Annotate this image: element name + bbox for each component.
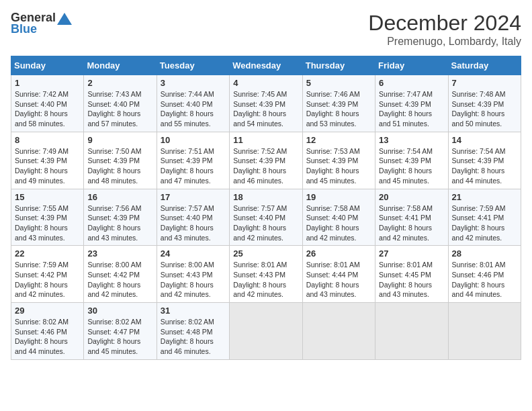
cell-info: Sunrise: 7:43 AMSunset: 4:40 PMDaylight:… xyxy=(87,89,152,129)
calendar-cell xyxy=(302,303,375,360)
calendar-cell: 23Sunrise: 8:00 AMSunset: 4:42 PMDayligh… xyxy=(84,246,157,303)
cell-info: Sunrise: 8:02 AMSunset: 4:47 PMDaylight:… xyxy=(87,317,152,357)
calendar-cell: 5Sunrise: 7:46 AMSunset: 4:39 PMDaylight… xyxy=(302,75,375,132)
cell-info: Sunrise: 7:54 AMSunset: 4:39 PMDaylight:… xyxy=(452,146,517,186)
day-of-week-header: Saturday xyxy=(448,56,521,75)
day-number: 5 xyxy=(306,78,371,88)
cell-info: Sunrise: 7:44 AMSunset: 4:40 PMDaylight:… xyxy=(161,89,226,129)
calendar-cell: 15Sunrise: 7:55 AMSunset: 4:39 PMDayligh… xyxy=(11,189,84,246)
calendar-cell: 13Sunrise: 7:54 AMSunset: 4:39 PMDayligh… xyxy=(375,132,448,189)
day-number: 4 xyxy=(233,78,298,88)
day-number: 8 xyxy=(15,135,80,145)
calendar-cell: 8Sunrise: 7:49 AMSunset: 4:39 PMDaylight… xyxy=(11,132,84,189)
day-number: 17 xyxy=(161,192,226,202)
cell-info: Sunrise: 7:53 AMSunset: 4:39 PMDaylight:… xyxy=(306,146,371,186)
day-number: 7 xyxy=(452,78,517,88)
calendar-cell: 10Sunrise: 7:51 AMSunset: 4:39 PMDayligh… xyxy=(157,132,229,189)
cell-info: Sunrise: 7:48 AMSunset: 4:39 PMDaylight:… xyxy=(452,89,517,129)
page-header: General Blue December 2024 Premenugo, Lo… xyxy=(11,11,521,48)
cell-info: Sunrise: 7:49 AMSunset: 4:39 PMDaylight:… xyxy=(15,146,80,186)
calendar-cell: 20Sunrise: 7:58 AMSunset: 4:41 PMDayligh… xyxy=(375,189,448,246)
calendar-cell: 4Sunrise: 7:45 AMSunset: 4:39 PMDaylight… xyxy=(230,75,302,132)
day-number: 21 xyxy=(452,192,517,202)
calendar-cell: 11Sunrise: 7:52 AMSunset: 4:39 PMDayligh… xyxy=(230,132,302,189)
calendar-cell: 19Sunrise: 7:58 AMSunset: 4:40 PMDayligh… xyxy=(302,189,375,246)
calendar-table: SundayMondayTuesdayWednesdayThursdayFrid… xyxy=(11,56,521,360)
calendar-cell: 28Sunrise: 8:01 AMSunset: 4:46 PMDayligh… xyxy=(448,246,521,303)
day-number: 23 xyxy=(87,248,152,259)
calendar-row: 29Sunrise: 8:02 AMSunset: 4:46 PMDayligh… xyxy=(11,303,521,360)
day-number: 26 xyxy=(306,248,371,259)
day-number: 3 xyxy=(161,78,226,88)
calendar-cell: 7Sunrise: 7:48 AMSunset: 4:39 PMDaylight… xyxy=(448,75,521,132)
cell-info: Sunrise: 7:46 AMSunset: 4:39 PMDaylight:… xyxy=(306,89,371,129)
cell-info: Sunrise: 7:54 AMSunset: 4:39 PMDaylight:… xyxy=(379,146,444,186)
day-number: 10 xyxy=(161,135,226,145)
calendar-cell: 14Sunrise: 7:54 AMSunset: 4:39 PMDayligh… xyxy=(448,132,521,189)
calendar-cell: 24Sunrise: 8:00 AMSunset: 4:43 PMDayligh… xyxy=(157,246,229,303)
cell-info: Sunrise: 7:45 AMSunset: 4:39 PMDaylight:… xyxy=(233,89,298,129)
calendar-cell xyxy=(448,303,521,360)
calendar-row: 22Sunrise: 7:59 AMSunset: 4:42 PMDayligh… xyxy=(11,246,521,303)
cell-info: Sunrise: 7:57 AMSunset: 4:40 PMDaylight:… xyxy=(161,203,226,243)
day-of-week-header: Thursday xyxy=(302,56,375,75)
calendar-cell: 12Sunrise: 7:53 AMSunset: 4:39 PMDayligh… xyxy=(302,132,375,189)
day-of-week-header: Sunday xyxy=(11,56,84,75)
day-number: 25 xyxy=(233,248,298,259)
cell-info: Sunrise: 7:58 AMSunset: 4:40 PMDaylight:… xyxy=(306,203,371,243)
day-number: 31 xyxy=(161,306,226,316)
cell-info: Sunrise: 7:59 AMSunset: 4:42 PMDaylight:… xyxy=(15,260,80,300)
calendar-row: 8Sunrise: 7:49 AMSunset: 4:39 PMDaylight… xyxy=(11,132,521,189)
location-title: Premenugo, Lombardy, Italy xyxy=(368,36,521,48)
cell-info: Sunrise: 7:42 AMSunset: 4:40 PMDaylight:… xyxy=(15,89,80,129)
cell-info: Sunrise: 8:01 AMSunset: 4:45 PMDaylight:… xyxy=(379,260,444,300)
title-block: December 2024 Premenugo, Lombardy, Italy xyxy=(368,11,521,48)
calendar-header-row: SundayMondayTuesdayWednesdayThursdayFrid… xyxy=(11,56,521,75)
cell-info: Sunrise: 8:00 AMSunset: 4:43 PMDaylight:… xyxy=(161,260,226,300)
cell-info: Sunrise: 8:01 AMSunset: 4:46 PMDaylight:… xyxy=(452,260,517,300)
logo-icon xyxy=(57,13,72,25)
day-number: 11 xyxy=(233,135,298,145)
svg-marker-0 xyxy=(57,13,72,25)
calendar-cell: 31Sunrise: 8:02 AMSunset: 4:48 PMDayligh… xyxy=(157,303,229,360)
cell-info: Sunrise: 7:59 AMSunset: 4:41 PMDaylight:… xyxy=(452,203,517,243)
calendar-cell: 26Sunrise: 8:01 AMSunset: 4:44 PMDayligh… xyxy=(302,246,375,303)
day-number: 16 xyxy=(87,192,152,202)
calendar-cell: 30Sunrise: 8:02 AMSunset: 4:47 PMDayligh… xyxy=(84,303,157,360)
day-number: 18 xyxy=(233,192,298,202)
day-number: 29 xyxy=(15,306,80,316)
cell-info: Sunrise: 7:56 AMSunset: 4:39 PMDaylight:… xyxy=(87,203,152,243)
calendar-cell: 27Sunrise: 8:01 AMSunset: 4:45 PMDayligh… xyxy=(375,246,448,303)
calendar-cell: 21Sunrise: 7:59 AMSunset: 4:41 PMDayligh… xyxy=(448,189,521,246)
cell-info: Sunrise: 7:57 AMSunset: 4:40 PMDaylight:… xyxy=(233,203,298,243)
day-number: 22 xyxy=(15,248,80,259)
cell-info: Sunrise: 8:00 AMSunset: 4:42 PMDaylight:… xyxy=(87,260,152,300)
cell-info: Sunrise: 7:47 AMSunset: 4:39 PMDaylight:… xyxy=(379,89,444,129)
day-number: 14 xyxy=(452,135,517,145)
logo-blue-text: Blue xyxy=(11,22,37,36)
calendar-cell: 2Sunrise: 7:43 AMSunset: 4:40 PMDaylight… xyxy=(84,75,157,132)
day-number: 15 xyxy=(15,192,80,202)
calendar-cell: 16Sunrise: 7:56 AMSunset: 4:39 PMDayligh… xyxy=(84,189,157,246)
cell-info: Sunrise: 7:52 AMSunset: 4:39 PMDaylight:… xyxy=(233,146,298,186)
day-number: 12 xyxy=(306,135,371,145)
day-number: 20 xyxy=(379,192,444,202)
day-number: 2 xyxy=(87,78,152,88)
cell-info: Sunrise: 8:01 AMSunset: 4:43 PMDaylight:… xyxy=(233,260,298,300)
day-number: 6 xyxy=(379,78,444,88)
cell-info: Sunrise: 8:02 AMSunset: 4:48 PMDaylight:… xyxy=(161,317,226,357)
day-number: 28 xyxy=(452,248,517,259)
cell-info: Sunrise: 7:55 AMSunset: 4:39 PMDaylight:… xyxy=(15,203,80,243)
calendar-cell xyxy=(230,303,302,360)
calendar-cell: 9Sunrise: 7:50 AMSunset: 4:39 PMDaylight… xyxy=(84,132,157,189)
calendar-cell: 3Sunrise: 7:44 AMSunset: 4:40 PMDaylight… xyxy=(157,75,229,132)
calendar-cell: 18Sunrise: 7:57 AMSunset: 4:40 PMDayligh… xyxy=(230,189,302,246)
calendar-cell: 22Sunrise: 7:59 AMSunset: 4:42 PMDayligh… xyxy=(11,246,84,303)
day-number: 30 xyxy=(87,306,152,316)
calendar-row: 15Sunrise: 7:55 AMSunset: 4:39 PMDayligh… xyxy=(11,189,521,246)
cell-info: Sunrise: 7:51 AMSunset: 4:39 PMDaylight:… xyxy=(161,146,226,186)
day-of-week-header: Monday xyxy=(84,56,157,75)
day-number: 24 xyxy=(161,248,226,259)
day-of-week-header: Tuesday xyxy=(157,56,229,75)
calendar-row: 1Sunrise: 7:42 AMSunset: 4:40 PMDaylight… xyxy=(11,75,521,132)
